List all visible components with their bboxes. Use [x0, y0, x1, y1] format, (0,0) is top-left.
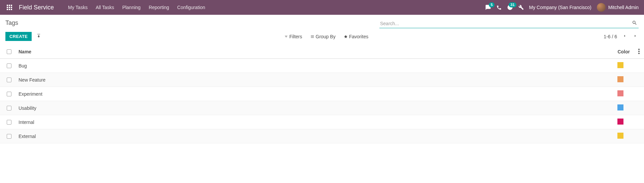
filters-label: Filters: [289, 34, 302, 39]
import-button[interactable]: [35, 32, 42, 41]
svg-point-11: [638, 53, 640, 54]
svg-rect-4: [9, 7, 10, 8]
table-row[interactable]: Bug: [0, 59, 644, 73]
pager-text[interactable]: 1-6 / 6: [604, 34, 617, 39]
groupby-button[interactable]: Group By: [310, 33, 336, 41]
debug-icon[interactable]: [518, 5, 524, 10]
search-icon[interactable]: [631, 19, 639, 28]
nav-reporting[interactable]: Reporting: [149, 5, 169, 10]
messaging-icon[interactable]: 5: [485, 4, 491, 10]
color-swatch[interactable]: [617, 76, 623, 82]
row-checkbox[interactable]: [7, 120, 11, 125]
pager-next[interactable]: [632, 33, 639, 40]
favorites-label: Favorites: [349, 34, 369, 39]
search-wrap: [379, 19, 639, 28]
row-name: External: [14, 129, 613, 143]
color-swatch[interactable]: [617, 90, 623, 96]
row-name: Experiment: [14, 87, 613, 101]
row-name: New Feature: [14, 73, 613, 87]
row-name: Internal: [14, 115, 613, 129]
col-color[interactable]: Color: [613, 45, 634, 59]
row-name: Usability: [14, 101, 613, 115]
row-checkbox[interactable]: [7, 63, 11, 68]
pager-prev[interactable]: [621, 33, 628, 40]
color-swatch[interactable]: [617, 62, 623, 68]
favorites-button[interactable]: Favorites: [344, 33, 369, 41]
table-row[interactable]: External: [0, 129, 644, 143]
row-checkbox[interactable]: [7, 134, 11, 139]
row-checkbox[interactable]: [7, 106, 11, 110]
brand[interactable]: Field Service: [19, 4, 54, 11]
svg-rect-5: [11, 7, 12, 8]
search-input[interactable]: [379, 19, 631, 28]
row-checkbox[interactable]: [7, 92, 11, 96]
svg-rect-7: [9, 9, 10, 10]
filters-button[interactable]: Filters: [284, 33, 302, 41]
row-checkbox[interactable]: [7, 78, 11, 82]
user-menu[interactable]: Mitchell Admin: [597, 3, 639, 12]
messaging-badge: 5: [489, 2, 494, 7]
phone-icon[interactable]: [497, 5, 502, 10]
row-name: Bug: [14, 59, 613, 73]
table-row[interactable]: Internal: [0, 115, 644, 129]
nav-planning[interactable]: Planning: [122, 5, 141, 10]
company-selector[interactable]: My Company (San Francisco): [529, 5, 591, 10]
avatar: [597, 3, 606, 12]
nav-my-tasks[interactable]: My Tasks: [68, 5, 88, 10]
user-name: Mitchell Admin: [608, 5, 639, 10]
svg-rect-6: [7, 9, 8, 10]
svg-rect-2: [11, 5, 12, 6]
table-row[interactable]: Usability: [0, 101, 644, 115]
svg-point-9: [638, 49, 640, 50]
activities-icon[interactable]: 31: [507, 4, 513, 10]
svg-rect-1: [9, 5, 10, 6]
groupby-label: Group By: [316, 34, 336, 39]
svg-rect-0: [7, 5, 8, 6]
tags-table: Name Color BugNew FeatureExperimentUsabi…: [0, 45, 644, 143]
select-all-checkbox[interactable]: [7, 49, 11, 54]
navbar: Field Service My Tasks All Tasks Plannin…: [0, 0, 644, 15]
svg-point-10: [638, 51, 640, 52]
svg-rect-3: [7, 7, 8, 8]
create-button[interactable]: CREATE: [5, 32, 32, 41]
table-row[interactable]: Experiment: [0, 87, 644, 101]
optional-columns-icon[interactable]: [638, 50, 640, 55]
color-swatch[interactable]: [617, 119, 623, 125]
color-swatch[interactable]: [617, 104, 623, 110]
nav-menu: My Tasks All Tasks Planning Reporting Co…: [68, 5, 205, 10]
control-panel: Tags CREATE Filters Group By: [0, 15, 644, 41]
activities-badge: 31: [509, 2, 516, 7]
svg-rect-8: [11, 9, 12, 10]
nav-all-tasks[interactable]: All Tasks: [96, 5, 114, 10]
table-row[interactable]: New Feature: [0, 73, 644, 87]
page-title: Tags: [5, 19, 18, 29]
apps-icon[interactable]: [5, 3, 13, 11]
col-name[interactable]: Name: [14, 45, 613, 59]
color-swatch[interactable]: [617, 133, 623, 139]
nav-configuration[interactable]: Configuration: [177, 5, 205, 10]
list-view: Name Color BugNew FeatureExperimentUsabi…: [0, 45, 644, 143]
